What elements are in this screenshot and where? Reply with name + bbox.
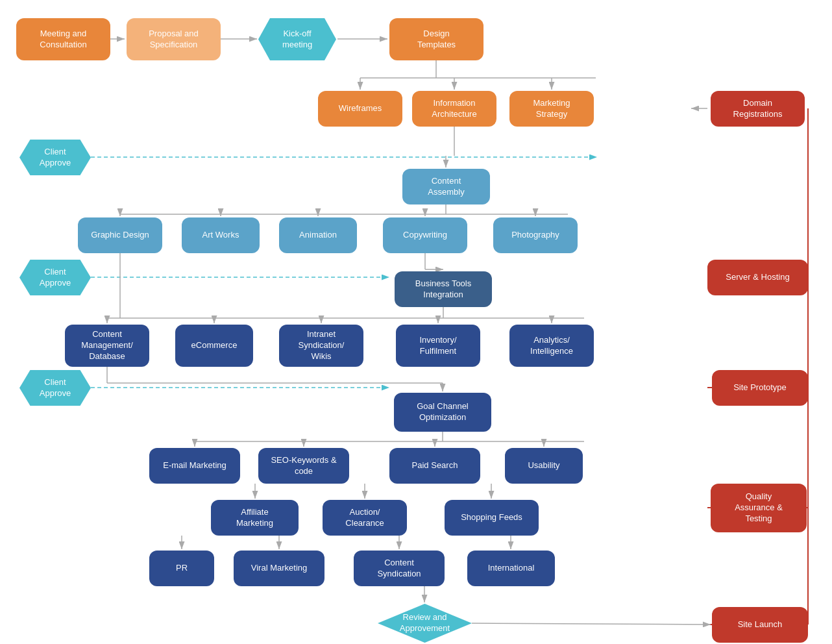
node-label-paid_search: Paid Search (412, 460, 458, 471)
node-design_templates: Design Templates (389, 18, 483, 60)
node-label-graphic_design: Graphic Design (91, 230, 149, 241)
node-graphic_design: Graphic Design (78, 217, 162, 253)
node-site_prototype: Site Prototype (712, 370, 808, 406)
node-label-content_assembly: Content Assembly (428, 176, 464, 198)
node-label-kickoff: Kick-off meeting (282, 29, 312, 51)
node-label-copywriting: Copywriting (403, 230, 447, 241)
node-proposal: Proposal and Specification (127, 18, 221, 60)
node-paid_search: Paid Search (389, 448, 480, 484)
node-goal_channel: Goal Channel Optimization (394, 393, 491, 432)
node-email_marketing: E-mail Marketing (149, 448, 240, 484)
node-label-intranet: Intranet Syndication/ Wikis (299, 329, 345, 362)
node-content_mgmt: Content Management/ Database (65, 325, 149, 367)
node-auction: Auction/ Clearance (323, 500, 407, 536)
node-label-ecommerce: eCommerce (191, 340, 238, 351)
node-pr: PR (149, 551, 214, 586)
node-info_arch: Information Architecture (412, 91, 496, 127)
diagram-container: Meeting and ConsultationProposal and Spe… (0, 0, 832, 644)
node-label-site_launch: Site Launch (738, 619, 783, 630)
node-client_approve1: Client Approve (19, 140, 91, 175)
node-label-server_hosting: Server & Hosting (726, 272, 789, 283)
node-animation: Animation (279, 217, 357, 253)
node-site_launch: Site Launch (712, 607, 808, 643)
node-label-international: International (488, 563, 535, 574)
node-label-proposal: Proposal and Specification (149, 29, 199, 51)
node-kickoff: Kick-off meeting (258, 18, 336, 60)
node-meeting: Meeting and Consultation (16, 18, 110, 60)
node-photography: Photography (493, 217, 578, 253)
node-label-design_templates: Design Templates (417, 29, 456, 51)
node-label-viral_marketing: Viral Marketing (251, 563, 307, 574)
node-qa_testing: Quality Assurance & Testing (711, 484, 807, 532)
node-biz_tools: Business Tools Integration (395, 271, 492, 307)
node-ecommerce: eCommerce (175, 325, 253, 367)
node-label-affiliate: Affiliate Marketing (236, 507, 273, 529)
node-analytics: Analytics/ Intelligence (509, 325, 594, 367)
node-label-client_approve1: Client Approve (40, 147, 71, 169)
node-copywriting: Copywriting (383, 217, 467, 253)
node-client_approve2: Client Approve (19, 260, 91, 295)
node-usability: Usability (505, 448, 583, 484)
node-label-content_syndication: Content Syndication (377, 558, 421, 580)
node-viral_marketing: Viral Marketing (234, 551, 324, 586)
node-international: International (467, 551, 555, 586)
node-label-goal_channel: Goal Channel Optimization (417, 401, 469, 423)
svg-line-59 (472, 623, 711, 625)
node-review: Review and Approvement (378, 604, 472, 643)
node-inventory: Inventory/ Fulfilment (396, 325, 480, 367)
node-content_assembly: Content Assembly (402, 169, 490, 204)
node-label-meeting: Meeting and Consultation (40, 29, 86, 51)
node-shopping_feeds: Shopping Feeds (445, 500, 539, 536)
node-label-seo_keywords: SEO-Keywords & code (271, 455, 336, 477)
node-label-client_approve2: Client Approve (40, 267, 71, 289)
node-label-art_works: Art Works (202, 230, 239, 241)
node-affiliate: Affiliate Marketing (211, 500, 299, 536)
node-label-domain_reg: Domain Registrations (733, 98, 783, 120)
node-marketing_strategy: Marketing Strategy (509, 91, 594, 127)
node-label-info_arch: Information Architecture (432, 98, 476, 120)
node-label-photography: Photography (511, 230, 559, 241)
node-label-client_approve3: Client Approve (40, 377, 71, 399)
node-label-site_prototype: Site Prototype (733, 382, 787, 393)
node-label-qa_testing: Quality Assurance & Testing (735, 491, 783, 525)
node-content_syndication: Content Syndication (354, 551, 445, 586)
node-label-biz_tools: Business Tools Integration (415, 279, 471, 301)
node-art_works: Art Works (182, 217, 260, 253)
node-label-inventory: Inventory/ Fulfilment (419, 335, 456, 357)
node-seo_keywords: SEO-Keywords & code (258, 448, 349, 484)
node-client_approve3: Client Approve (19, 370, 91, 406)
node-label-wireframes: Wireframes (339, 103, 382, 114)
node-label-content_mgmt: Content Management/ Database (81, 329, 133, 362)
node-label-auction: Auction/ Clearance (345, 507, 384, 529)
node-domain_reg: Domain Registrations (711, 91, 805, 127)
node-label-marketing_strategy: Marketing Strategy (533, 98, 570, 120)
node-label-analytics: Analytics/ Intelligence (530, 335, 573, 357)
node-label-email_marketing: E-mail Marketing (163, 460, 226, 471)
node-label-animation: Animation (299, 230, 337, 241)
node-wireframes: Wireframes (318, 91, 402, 127)
node-label-review: Review and Approvement (400, 612, 450, 634)
node-intranet: Intranet Syndication/ Wikis (279, 325, 363, 367)
node-server_hosting: Server & Hosting (707, 260, 808, 295)
node-label-usability: Usability (528, 460, 559, 471)
node-label-pr: PR (176, 563, 188, 574)
node-label-shopping_feeds: Shopping Feeds (461, 512, 522, 523)
